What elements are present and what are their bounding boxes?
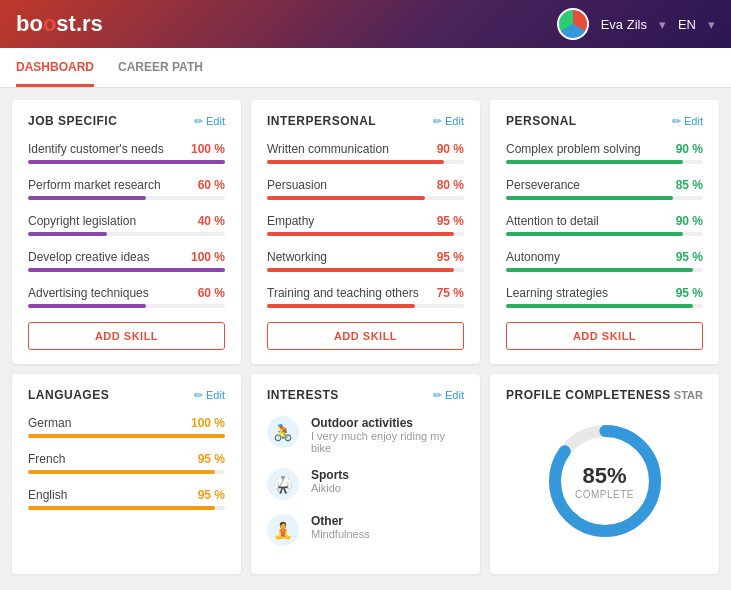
- outdoor-icon: 🚴: [267, 416, 299, 448]
- job-skill-2: Perform market research 60 %: [28, 178, 225, 200]
- personal-edit[interactable]: ✏ Edit: [672, 115, 703, 128]
- interest-3: 🧘 Other Mindfulness: [267, 514, 464, 546]
- interp-skill-1: Written communication 90 %: [267, 142, 464, 164]
- interests-title: INTERESTS: [267, 388, 339, 402]
- skills-row: JOB SPECIFIC ✏ Edit Identify customer's …: [12, 100, 719, 364]
- profile-title: PROFILE COMPLETENESS: [506, 388, 671, 402]
- personal-skill-3: Attention to detail 90 %: [506, 214, 703, 236]
- interpersonal-add-skill[interactable]: ADD SKILL: [267, 322, 464, 350]
- language-button[interactable]: EN: [678, 17, 696, 32]
- interest-2: 🥋 Sports Aikido: [267, 468, 464, 500]
- personal-skill-2: Perseverance 85 %: [506, 178, 703, 200]
- personal-add-skill[interactable]: ADD SKILL: [506, 322, 703, 350]
- lang-2: French 95 %: [28, 452, 225, 474]
- interpersonal-edit[interactable]: ✏ Edit: [433, 115, 464, 128]
- personal-skill-4: Autonomy 95 %: [506, 250, 703, 272]
- header-right: Eva Zils ▾ EN ▾: [557, 8, 715, 40]
- interests-edit[interactable]: ✏ Edit: [433, 389, 464, 402]
- profile-header: PROFILE COMPLETENESS STAR: [506, 388, 703, 402]
- interpersonal-title: INTERPERSONAL: [267, 114, 376, 128]
- nav-tabs: DASHBOARD CAREER PATH: [0, 48, 731, 88]
- edit-icon: ✏: [672, 115, 681, 128]
- job-specific-header: JOB SPECIFIC ✏ Edit: [28, 114, 225, 128]
- user-name: Eva Zils: [601, 17, 647, 32]
- main-content: JOB SPECIFIC ✏ Edit Identify customer's …: [0, 88, 731, 586]
- edit-icon: ✏: [433, 115, 442, 128]
- bottom-row: LANGUAGES ✏ Edit German 100 % French 95 …: [12, 374, 719, 574]
- personal-title: PERSONAL: [506, 114, 577, 128]
- languages-card: LANGUAGES ✏ Edit German 100 % French 95 …: [12, 374, 241, 574]
- job-specific-add-skill[interactable]: ADD SKILL: [28, 322, 225, 350]
- interests-header: INTERESTS ✏ Edit: [267, 388, 464, 402]
- other-icon: 🧘: [267, 514, 299, 546]
- lang-1: German 100 %: [28, 416, 225, 438]
- interpersonal-card: INTERPERSONAL ✏ Edit Written communicati…: [251, 100, 480, 364]
- job-skill-3: Copyright legislation 40 %: [28, 214, 225, 236]
- interp-skill-4: Networking 95 %: [267, 250, 464, 272]
- edit-icon: ✏: [433, 389, 442, 402]
- interest-1: 🚴 Outdoor activities I very much enjoy r…: [267, 416, 464, 454]
- personal-skill-1: Complex problem solving 90 %: [506, 142, 703, 164]
- donut-chart: 85% COMPLETE: [540, 416, 670, 546]
- interp-skill-5: Training and teaching others 75 %: [267, 286, 464, 308]
- job-skill-1: Identify customer's needs 100 %: [28, 142, 225, 164]
- edit-icon: ✏: [194, 389, 203, 402]
- donut-percent: 85%: [575, 463, 634, 489]
- sports-icon: 🥋: [267, 468, 299, 500]
- interp-skill-2: Persuasion 80 %: [267, 178, 464, 200]
- tab-career-path[interactable]: CAREER PATH: [118, 48, 203, 87]
- personal-header: PERSONAL ✏ Edit: [506, 114, 703, 128]
- donut-label: COMPLETE: [575, 489, 634, 500]
- logo: boost.rs: [16, 11, 103, 37]
- job-specific-edit[interactable]: ✏ Edit: [194, 115, 225, 128]
- job-specific-title: JOB SPECIFIC: [28, 114, 117, 128]
- star-button[interactable]: STAR: [674, 389, 703, 401]
- job-skill-5: Advertising techniques 60 %: [28, 286, 225, 308]
- personal-skill-5: Learning strategies 95 %: [506, 286, 703, 308]
- edit-icon: ✏: [194, 115, 203, 128]
- interests-card: INTERESTS ✏ Edit 🚴 Outdoor activities I …: [251, 374, 480, 574]
- lang-3: English 95 %: [28, 488, 225, 510]
- job-specific-card: JOB SPECIFIC ✏ Edit Identify customer's …: [12, 100, 241, 364]
- profile-card: PROFILE COMPLETENESS STAR 85% COMPLETE: [490, 374, 719, 574]
- languages-header: LANGUAGES ✏ Edit: [28, 388, 225, 402]
- header: boost.rs Eva Zils ▾ EN ▾: [0, 0, 731, 48]
- interp-skill-3: Empathy 95 %: [267, 214, 464, 236]
- personal-card: PERSONAL ✏ Edit Complex problem solving …: [490, 100, 719, 364]
- tab-dashboard[interactable]: DASHBOARD: [16, 48, 94, 87]
- avatar: [557, 8, 589, 40]
- interpersonal-header: INTERPERSONAL ✏ Edit: [267, 114, 464, 128]
- languages-title: LANGUAGES: [28, 388, 109, 402]
- job-skill-4: Develop creative ideas 100 %: [28, 250, 225, 272]
- languages-edit[interactable]: ✏ Edit: [194, 389, 225, 402]
